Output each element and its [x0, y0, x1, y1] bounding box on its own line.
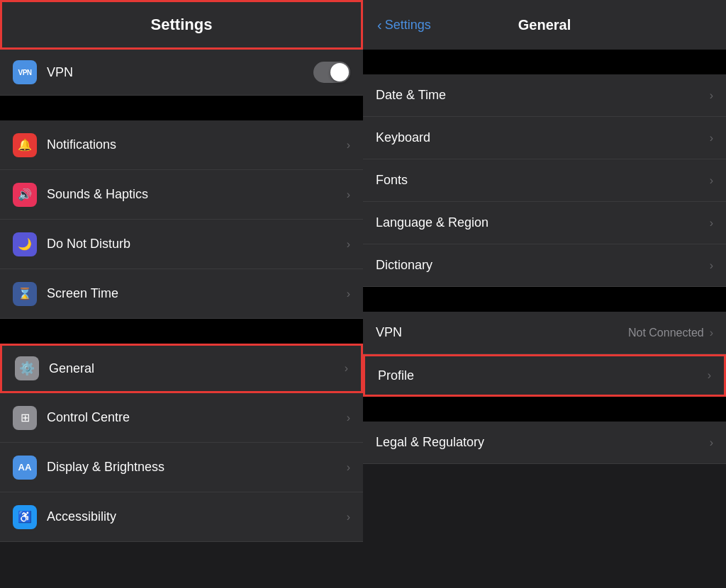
back-button[interactable]: ‹ Settings: [377, 17, 431, 33]
dnd-chevron: ›: [347, 238, 350, 251]
right-item-profile[interactable]: Profile ›: [363, 354, 726, 397]
accessibility-icon: ♿: [18, 510, 32, 524]
vpn-icon: VPN: [13, 60, 37, 84]
vpn-label: VPN: [47, 65, 313, 80]
sidebar-item-notifications[interactable]: 🔔 Notifications ›: [0, 120, 363, 170]
profile-chevron: ›: [708, 369, 711, 382]
dictionary-label: Dictionary: [376, 258, 710, 273]
settings-title: Settings: [151, 16, 213, 34]
sounds-icon: 🔊: [18, 188, 32, 201]
notifications-icon: 🔔: [18, 138, 32, 152]
date-time-chevron: ›: [710, 89, 713, 102]
general-chevron: ›: [345, 362, 348, 375]
right-panel: ‹ Settings General Date & Time › Keyboar…: [363, 0, 726, 588]
dnd-label: Do Not Disturb: [47, 237, 347, 251]
screen-time-icon-box: ⌛: [13, 282, 37, 306]
date-time-label: Date & Time: [376, 88, 710, 103]
dark-separator-1: [0, 96, 363, 120]
accessibility-label: Accessibility: [47, 509, 347, 524]
notifications-chevron: ›: [347, 139, 350, 152]
control-centre-icon: ⊞: [21, 411, 30, 424]
right-dark-separator-3: [363, 397, 726, 422]
right-vpn-chevron: ›: [710, 327, 713, 339]
display-label: Display & Brightness: [47, 460, 347, 475]
right-item-vpn[interactable]: VPN Not Connected ›: [363, 312, 726, 354]
screen-time-icon: ⌛: [18, 287, 32, 300]
right-dark-separator-2: [363, 287, 726, 312]
profile-label: Profile: [378, 368, 708, 383]
vpn-sub-label: Not Connected: [628, 327, 704, 339]
sidebar-item-general[interactable]: ⚙️ General ›: [0, 344, 363, 393]
toggle-knob: [330, 63, 349, 81]
right-item-language-region[interactable]: Language & Region ›: [363, 202, 726, 244]
vpn-row[interactable]: VPN VPN: [0, 50, 363, 96]
accessibility-icon-box: ♿: [13, 505, 37, 529]
general-icon: ⚙️: [19, 361, 35, 376]
language-region-chevron: ›: [710, 217, 713, 230]
display-icon: AA: [18, 462, 32, 473]
general-header: ‹ Settings General: [363, 0, 726, 50]
legal-regulatory-chevron: ›: [710, 436, 713, 449]
dark-separator-2: [0, 319, 363, 344]
general-icon-box: ⚙️: [15, 356, 39, 380]
sounds-label: Sounds & Haptics: [47, 187, 347, 202]
right-vpn-label: VPN: [376, 325, 628, 340]
sounds-icon-box: 🔊: [13, 183, 37, 207]
screen-time-chevron: ›: [347, 288, 350, 300]
notifications-label: Notifications: [47, 137, 347, 152]
right-item-fonts[interactable]: Fonts ›: [363, 159, 726, 202]
legal-regulatory-label: Legal & Regulatory: [376, 435, 710, 450]
right-dark-separator-1: [363, 50, 726, 74]
control-centre-chevron: ›: [347, 412, 350, 424]
keyboard-label: Keyboard: [376, 130, 710, 145]
language-region-label: Language & Region: [376, 215, 710, 230]
control-centre-icon-box: ⊞: [13, 406, 37, 430]
dictionary-chevron: ›: [710, 259, 713, 272]
right-item-keyboard[interactable]: Keyboard ›: [363, 117, 726, 159]
screen-time-label: Screen Time: [47, 286, 347, 301]
dnd-icon-box: 🌙: [13, 232, 37, 256]
fonts-chevron: ›: [710, 174, 713, 187]
display-icon-box: AA: [13, 456, 37, 480]
settings-header: Settings: [0, 0, 363, 50]
general-page-title: General: [518, 17, 571, 33]
right-item-dictionary[interactable]: Dictionary ›: [363, 244, 726, 287]
sidebar-item-do-not-disturb[interactable]: 🌙 Do Not Disturb ›: [0, 220, 363, 269]
general-label: General: [49, 361, 345, 376]
keyboard-chevron: ›: [710, 132, 713, 145]
sidebar-item-display-brightness[interactable]: AA Display & Brightness ›: [0, 443, 363, 492]
sidebar-item-screen-time[interactable]: ⌛ Screen Time ›: [0, 269, 363, 319]
general-header-wrapper: ‹ Settings General: [377, 17, 712, 33]
display-chevron: ›: [347, 461, 350, 474]
right-item-legal-regulatory[interactable]: Legal & Regulatory ›: [363, 422, 726, 464]
sidebar-item-accessibility[interactable]: ♿ Accessibility ›: [0, 492, 363, 542]
back-chevron-icon: ‹: [377, 17, 382, 33]
sidebar-item-control-centre[interactable]: ⊞ Control Centre ›: [0, 393, 363, 443]
back-label: Settings: [385, 18, 431, 33]
notifications-icon-box: 🔔: [13, 133, 37, 157]
fonts-label: Fonts: [376, 173, 710, 188]
dnd-icon: 🌙: [18, 237, 32, 251]
sidebar-item-sounds-haptics[interactable]: 🔊 Sounds & Haptics ›: [0, 170, 363, 220]
sounds-chevron: ›: [347, 188, 350, 201]
left-panel: Settings VPN VPN 🔔 Notifications › 🔊 Sou…: [0, 0, 363, 588]
right-item-date-time[interactable]: Date & Time ›: [363, 74, 726, 117]
accessibility-chevron: ›: [347, 511, 350, 524]
vpn-toggle[interactable]: [313, 62, 350, 83]
control-centre-label: Control Centre: [47, 410, 347, 425]
